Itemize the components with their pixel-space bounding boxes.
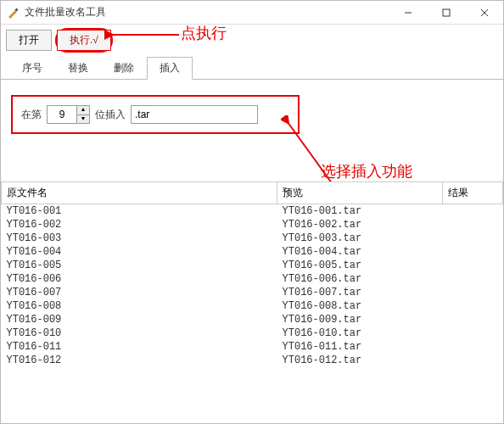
cell-res <box>443 299 503 313</box>
table-row[interactable]: YT016-008YT016-008.tar <box>2 299 503 313</box>
tab-delete[interactable]: 删除 <box>101 57 147 80</box>
tab-bar: 序号 替换 删除 插入 <box>1 53 503 80</box>
cell-res <box>443 218 503 232</box>
cell-prev: YT016-006.tar <box>277 272 443 286</box>
cell-prev: YT016-005.tar <box>277 259 443 272</box>
cell-res <box>443 354 503 367</box>
table-row[interactable]: YT016-002YT016-002.tar <box>2 218 503 232</box>
insert-prefix-label: 在第 <box>21 108 42 122</box>
tab-sequence[interactable]: 序号 <box>9 57 55 80</box>
tab-replace[interactable]: 替换 <box>55 57 101 80</box>
svg-rect-2 <box>443 9 450 16</box>
insert-suffix-label: 位插入 <box>95 108 126 122</box>
cell-prev: YT016-008.tar <box>277 299 443 313</box>
cell-orig: YT016-003 <box>2 232 277 245</box>
cell-orig: YT016-010 <box>2 326 277 340</box>
cell-prev: YT016-007.tar <box>277 286 443 299</box>
arrow-to-exec <box>103 26 188 43</box>
cell-prev: YT016-009.tar <box>277 313 443 326</box>
table-row[interactable]: YT016-005YT016-005.tar <box>2 259 503 272</box>
cell-prev: YT016-010.tar <box>277 326 443 340</box>
annotation-click-exec: 点执行 <box>181 23 227 43</box>
cell-prev: YT016-003.tar <box>277 232 443 245</box>
table-row[interactable]: YT016-010YT016-010.tar <box>2 326 503 340</box>
table-row[interactable]: YT016-004YT016-004.tar <box>2 245 503 259</box>
cell-res <box>443 326 503 340</box>
titlebar: 文件批量改名工具 <box>1 1 503 25</box>
cell-prev: YT016-004.tar <box>277 245 443 259</box>
insert-text-input[interactable] <box>131 105 258 124</box>
cell-res <box>443 232 503 245</box>
cell-orig: YT016-009 <box>2 313 277 326</box>
table-header-row: 原文件名 预览 结果 <box>2 182 503 204</box>
cell-res <box>443 204 503 219</box>
spinner-down-icon[interactable]: ▼ <box>77 114 89 123</box>
col-header-original[interactable]: 原文件名 <box>2 182 277 204</box>
cell-orig: YT016-012 <box>2 354 277 367</box>
cell-res <box>443 313 503 326</box>
cell-res <box>443 245 503 259</box>
app-icon <box>6 6 20 20</box>
cell-orig: YT016-007 <box>2 286 277 299</box>
cell-res <box>443 272 503 286</box>
open-button[interactable]: 打开 <box>6 30 52 51</box>
cell-res <box>443 340 503 354</box>
table-row[interactable]: YT016-012YT016-012.tar <box>2 354 503 367</box>
insert-panel: 在第 ▲ ▼ 位插入 <box>1 80 503 181</box>
toolbar: 打开 执行.√ 点执行 <box>1 25 503 53</box>
execute-button[interactable]: 执行.√ <box>57 30 111 51</box>
table-row[interactable]: YT016-003YT016-003.tar <box>2 232 503 245</box>
cell-orig: YT016-006 <box>2 272 277 286</box>
cell-orig: YT016-008 <box>2 299 277 313</box>
table-row[interactable]: YT016-001YT016-001.tar <box>2 204 503 219</box>
cell-prev: YT016-002.tar <box>277 218 443 232</box>
insert-controls-highlight: 在第 ▲ ▼ 位插入 <box>11 95 300 134</box>
cell-orig: YT016-011 <box>2 340 277 354</box>
tab-insert[interactable]: 插入 <box>147 57 193 80</box>
exec-highlight-circle: 执行.√ <box>55 28 113 53</box>
cell-orig: YT016-004 <box>2 245 277 259</box>
table-row[interactable]: YT016-011YT016-011.tar <box>2 340 503 354</box>
cell-prev: YT016-001.tar <box>277 204 443 219</box>
cell-prev: YT016-012.tar <box>277 354 443 367</box>
table-row[interactable]: YT016-009YT016-009.tar <box>2 313 503 326</box>
position-spinner[interactable]: ▲ ▼ <box>47 105 90 124</box>
minimize-button[interactable] <box>389 1 427 24</box>
spinner-up-icon[interactable]: ▲ <box>77 106 89 114</box>
cell-res <box>443 259 503 272</box>
cell-orig: YT016-001 <box>2 204 277 219</box>
col-header-preview[interactable]: 预览 <box>277 182 443 204</box>
maximize-button[interactable] <box>427 1 465 24</box>
cell-orig: YT016-005 <box>2 259 277 272</box>
cell-prev: YT016-011.tar <box>277 340 443 354</box>
table-row[interactable]: YT016-006YT016-006.tar <box>2 272 503 286</box>
window-title: 文件批量改名工具 <box>25 5 389 20</box>
cell-orig: YT016-002 <box>2 218 277 232</box>
table-row[interactable]: YT016-007YT016-007.tar <box>2 286 503 299</box>
close-button[interactable] <box>465 1 503 24</box>
file-list[interactable]: 原文件名 预览 结果 YT016-001YT016-001.tarYT016-0… <box>1 181 503 422</box>
cell-res <box>443 286 503 299</box>
position-input[interactable] <box>48 106 76 123</box>
col-header-result[interactable]: 结果 <box>443 182 503 204</box>
